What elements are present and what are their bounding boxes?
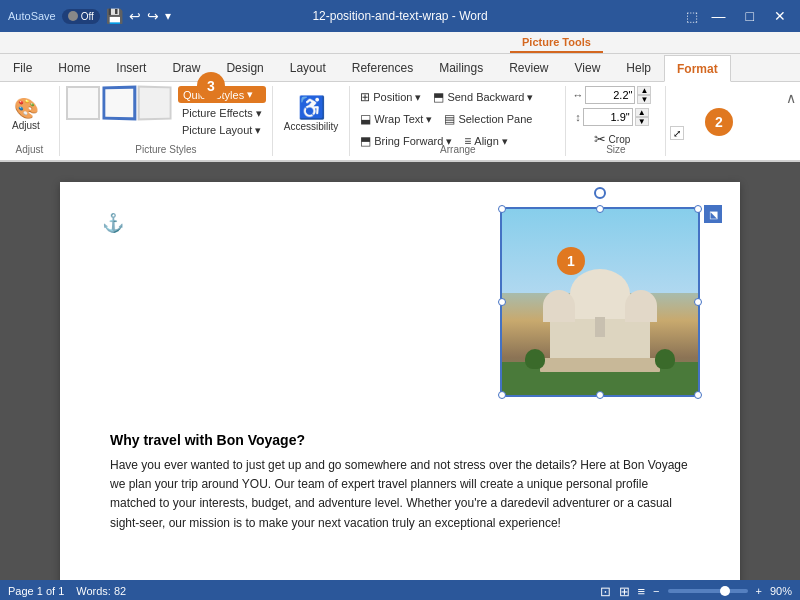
annotation-1: 1 xyxy=(557,247,585,275)
height-row: ↕ 1.9" ▲ ▼ xyxy=(575,108,649,126)
maximize-btn[interactable]: □ xyxy=(740,8,760,24)
close-btn[interactable]: ✕ xyxy=(768,8,792,24)
zoom-minus-btn[interactable]: − xyxy=(653,585,659,597)
tab-references[interactable]: References xyxy=(339,54,426,81)
height-down-btn[interactable]: ▼ xyxy=(635,117,649,126)
adjust-group-label: Adjust xyxy=(0,144,59,156)
minimize-btn[interactable]: — xyxy=(706,8,732,24)
style-box-3[interactable] xyxy=(138,86,172,121)
width-row: ↔ 2.2" ▲ ▼ xyxy=(572,86,651,104)
width-down-btn[interactable]: ▼ xyxy=(637,95,651,104)
status-bar: Page 1 of 1 Words: 82 ⊡ ⊞ ≡ − + 90% xyxy=(0,580,800,600)
window-controls: ⬚ — □ ✕ xyxy=(686,8,792,24)
handle-bl[interactable] xyxy=(498,391,506,399)
status-bar-right: ⊡ ⊞ ≡ − + 90% xyxy=(600,584,793,599)
image-container[interactable]: ⬔ xyxy=(500,207,700,397)
accessibility-icon: ♿ xyxy=(298,97,325,119)
church-structure xyxy=(535,257,665,367)
view-web-icon[interactable]: ⊞ xyxy=(619,584,630,599)
zoom-plus-btn[interactable]: + xyxy=(756,585,762,597)
more-arrange-btn[interactable] xyxy=(541,88,559,106)
group-arrange: ⊞ Position ▾ ⬒ Send Backward ▾ ⬓ Wrap Te… xyxy=(350,86,566,156)
tab-mailings[interactable]: Mailings xyxy=(426,54,496,81)
group-accessibility: ♿ Accessibility xyxy=(273,86,350,156)
tab-layout-label: Layout xyxy=(290,61,326,75)
height-input[interactable]: 1.9" xyxy=(583,108,633,126)
title-text: 12-position-and-text-wrap - Word xyxy=(312,9,487,23)
adjust-btn[interactable]: 🎨 Adjust xyxy=(4,95,48,134)
title-bar-left: AutoSave Off 💾 ↩ ↪ ▾ xyxy=(8,8,171,24)
ribbon-toggle-icon[interactable]: ⬚ xyxy=(686,9,698,24)
handle-ml[interactable] xyxy=(498,298,506,306)
ribbon-expand-col: ⤢ xyxy=(666,86,688,156)
view-read-icon[interactable]: ≡ xyxy=(638,584,646,599)
adjust-label: Adjust xyxy=(12,120,40,131)
undo-btn[interactable]: ↩ xyxy=(129,8,141,24)
church-image xyxy=(502,209,698,395)
tab-design-label: Design xyxy=(226,61,263,75)
redo-btn[interactable]: ↪ xyxy=(147,8,159,24)
tab-view[interactable]: View xyxy=(562,54,614,81)
size-group-label: Size xyxy=(566,144,665,156)
picture-tools-label: Picture Tools xyxy=(510,32,603,53)
tab-insert-label: Insert xyxy=(116,61,146,75)
effects-label: Picture Effects ▾ xyxy=(182,107,262,120)
handle-br[interactable] xyxy=(694,391,702,399)
accessibility-content: ♿ Accessibility xyxy=(279,86,343,156)
ribbon-collapse-btn[interactable]: ∧ xyxy=(782,86,800,156)
crop-label: Crop xyxy=(609,134,631,145)
tab-row: File Home Insert Draw Design Layout Refe… xyxy=(0,54,800,82)
accessibility-group-label xyxy=(273,155,349,156)
tab-view-label: View xyxy=(575,61,601,75)
save-icon[interactable]: 💾 xyxy=(106,8,123,24)
style-box-2[interactable] xyxy=(102,86,136,121)
position-btn[interactable]: ⊞ Position ▾ xyxy=(356,88,425,106)
arrange-row1: ⊞ Position ▾ ⬒ Send Backward ▾ xyxy=(356,86,559,108)
selection-pane-btn[interactable]: ▤ Selection Pane xyxy=(440,110,536,128)
tab-references-label: References xyxy=(352,61,413,75)
wrap-text-btn[interactable]: ⬓ Wrap Text ▾ xyxy=(356,110,436,128)
tab-design[interactable]: Design xyxy=(213,54,276,81)
handle-bm[interactable] xyxy=(596,391,604,399)
tab-format[interactable]: Format xyxy=(664,55,731,82)
tab-review[interactable]: Review xyxy=(496,54,561,81)
selection-pane-icon: ▤ xyxy=(444,112,455,126)
tab-insert[interactable]: Insert xyxy=(103,54,159,81)
tab-layout[interactable]: Layout xyxy=(277,54,339,81)
autosave-toggle[interactable]: Off xyxy=(62,9,100,24)
picture-effects-btn[interactable]: Picture Effects ▾ xyxy=(178,105,266,122)
height-up-btn[interactable]: ▲ xyxy=(635,108,649,117)
style-box-1[interactable] xyxy=(66,86,100,120)
send-backward-icon: ⬒ xyxy=(433,90,444,104)
accessibility-btn[interactable]: ♿ Accessibility xyxy=(279,94,343,135)
handle-tm[interactable] xyxy=(596,205,604,213)
rotate-handle[interactable] xyxy=(594,187,606,199)
tab-home[interactable]: Home xyxy=(45,54,103,81)
zoom-level: 90% xyxy=(770,585,792,597)
view-print-icon[interactable]: ⊡ xyxy=(600,584,611,599)
zoom-slider[interactable] xyxy=(668,589,748,593)
send-backward-btn[interactable]: ⬒ Send Backward ▾ xyxy=(429,88,537,106)
position-label: Position xyxy=(373,91,412,103)
tab-mailings-label: Mailings xyxy=(439,61,483,75)
wrap-text-label: Wrap Text xyxy=(374,113,423,125)
handle-tr[interactable] xyxy=(694,205,702,213)
group-adjust: 🎨 Adjust Adjust xyxy=(0,86,60,156)
size-expand-btn[interactable]: ⤢ xyxy=(670,126,684,140)
handle-mr[interactable] xyxy=(694,298,702,306)
picture-layout-btn[interactable]: Picture Layout ▾ xyxy=(178,122,266,139)
toggle-dot xyxy=(68,11,78,21)
more-btn[interactable]: ▾ xyxy=(165,9,171,23)
tab-help[interactable]: Help xyxy=(613,54,664,81)
quick-styles-arrow: ▾ xyxy=(247,88,253,101)
tab-draw-label: Draw xyxy=(172,61,200,75)
window-title: 12-position-and-text-wrap - Word xyxy=(312,9,487,23)
width-input[interactable]: 2.2" xyxy=(585,86,635,104)
zoom-thumb[interactable] xyxy=(720,586,730,596)
width-up-btn[interactable]: ▲ xyxy=(637,86,651,95)
tab-file[interactable]: File xyxy=(0,54,45,81)
height-spinners: ▲ ▼ xyxy=(635,108,649,126)
collapse-arrow-icon[interactable]: ∧ xyxy=(786,90,796,106)
handle-tl[interactable] xyxy=(498,205,506,213)
layout-options-icon[interactable]: ⬔ xyxy=(704,205,722,223)
